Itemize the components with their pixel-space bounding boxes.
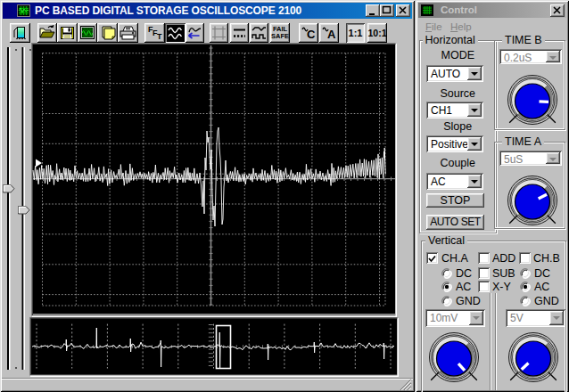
svg-text:T: T — [157, 32, 162, 41]
svg-text:C: C — [307, 28, 316, 41]
svg-text:A: A — [327, 28, 336, 41]
